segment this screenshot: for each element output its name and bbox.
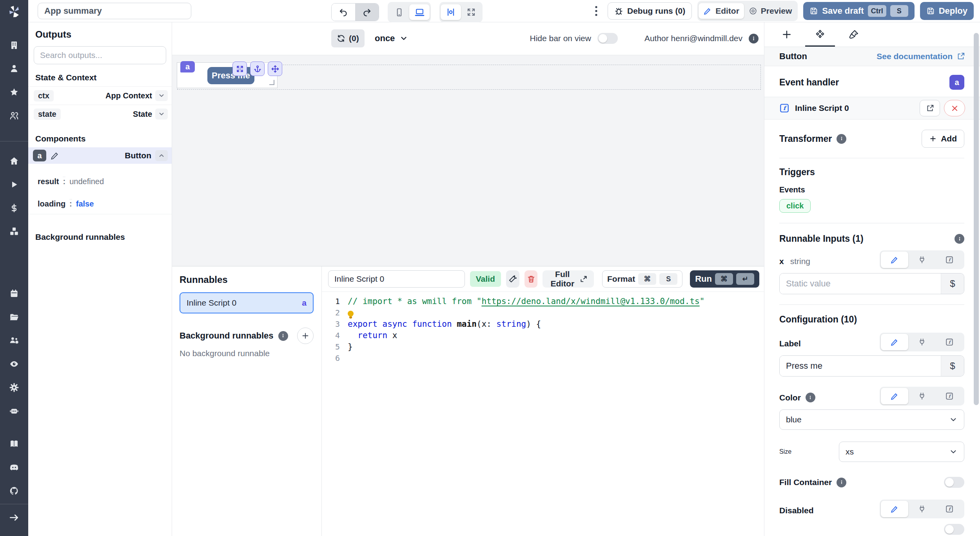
runnable-item-badge: a (302, 298, 307, 308)
code-area[interactable]: 1// import * as wmill from "https://deno… (322, 292, 764, 536)
insert-component-tab[interactable] (782, 22, 792, 47)
full-editor-button[interactable]: Full Editor (543, 270, 594, 288)
kebab-menu-icon[interactable] (590, 2, 602, 20)
component-settings-tab[interactable] (815, 22, 826, 47)
dollar-template-button[interactable]: $ (941, 356, 964, 376)
add-background-runnable-button[interactable] (297, 328, 314, 344)
undo-button[interactable] (332, 4, 355, 21)
expand-handle-icon[interactable] (232, 62, 247, 76)
eye-icon[interactable] (9, 359, 19, 369)
static-mode-button[interactable] (881, 252, 908, 268)
script-name-input[interactable] (328, 270, 465, 288)
expand-icon (580, 275, 588, 283)
info-icon[interactable] (749, 34, 759, 43)
discord-icon[interactable] (9, 462, 19, 473)
resize-handle[interactable] (269, 80, 274, 85)
center-align-button[interactable] (441, 4, 461, 20)
run-mode-dropdown[interactable]: once (375, 29, 408, 47)
robot-icon[interactable] (9, 406, 19, 416)
styling-tab[interactable] (848, 22, 859, 47)
info-icon[interactable] (837, 478, 846, 487)
state-row[interactable]: state State (28, 105, 172, 123)
desktop-view-button[interactable] (409, 4, 430, 20)
ai-wand-button[interactable] (506, 270, 519, 288)
app-summary-input[interactable] (38, 3, 191, 19)
color-select[interactable]: blue (779, 409, 964, 430)
size-select[interactable]: xs (839, 442, 964, 462)
static-value-input[interactable] (780, 273, 941, 294)
add-transformer-button[interactable]: Add (922, 130, 964, 148)
static-mode-button[interactable] (881, 388, 908, 404)
redo-button[interactable] (355, 4, 379, 21)
folder-open-icon[interactable] (9, 312, 19, 322)
eval-mode-button[interactable]: f (936, 252, 963, 268)
preview-tab[interactable]: Preview (744, 3, 797, 19)
info-icon[interactable] (806, 393, 815, 402)
disabled-label: Disabled (779, 506, 814, 518)
connect-mode-button[interactable] (908, 252, 936, 268)
component-row-a[interactable]: a Button (28, 147, 172, 164)
connect-mode-button[interactable] (908, 501, 936, 517)
connect-mode-button[interactable] (908, 388, 936, 404)
save-draft-button[interactable]: Save draft Ctrl S (803, 2, 914, 20)
building-icon[interactable] (9, 40, 19, 50)
deploy-button[interactable]: Deploy (920, 2, 974, 20)
eval-mode-button[interactable]: f (936, 501, 963, 517)
remove-script-button[interactable] (944, 100, 965, 116)
delete-script-button[interactable] (524, 270, 538, 288)
rename-pencil-icon[interactable] (50, 151, 60, 160)
play-icon[interactable] (9, 179, 19, 190)
static-mode-button[interactable] (881, 334, 908, 350)
anchor-handle-icon[interactable] (250, 62, 265, 76)
eval-mode-button[interactable]: f (936, 388, 963, 404)
app-canvas[interactable]: a Press me (172, 55, 764, 266)
fill-container-toggle[interactable] (944, 477, 964, 488)
collapse-arrow-icon[interactable] (9, 512, 19, 523)
settings-scroll-area[interactable]: Event handler a f Inline Script 0 Transf… (764, 66, 980, 536)
info-icon[interactable] (278, 331, 288, 341)
info-icon[interactable] (837, 134, 846, 144)
ctx-key: ctx (34, 90, 54, 101)
search-outputs-input[interactable] (34, 46, 166, 64)
disabled-toggle[interactable] (944, 524, 964, 535)
user-group-icon[interactable] (9, 110, 19, 121)
editor-tab[interactable]: Editor (699, 3, 744, 19)
calendar-icon[interactable] (9, 288, 19, 299)
connect-mode-button[interactable] (908, 334, 936, 350)
user-group-gear-icon[interactable] (9, 335, 19, 346)
hide-bar-toggle[interactable] (597, 33, 618, 44)
runnable-item-inline-script-0[interactable]: Inline Script 0 a (180, 292, 314, 313)
mobile-view-button[interactable] (389, 4, 409, 20)
chevron-up-icon[interactable] (155, 150, 168, 161)
dollar-template-button[interactable]: $ (941, 273, 964, 294)
book-icon[interactable] (9, 439, 19, 449)
refresh-runnables-button[interactable]: (0) (331, 29, 365, 47)
scrollbar-thumb[interactable] (974, 33, 979, 405)
run-button[interactable]: Run ⌘ ↵ (690, 270, 759, 288)
static-mode-button[interactable] (881, 501, 908, 517)
user-icon[interactable] (9, 63, 19, 74)
see-documentation-link[interactable]: See documentation (877, 52, 965, 61)
ctx-row[interactable]: ctx App Context (28, 86, 172, 105)
info-icon[interactable] (955, 234, 964, 244)
debug-runs-button[interactable]: Debug runs (0) (608, 2, 692, 20)
press-me-button[interactable]: Press me (207, 67, 254, 84)
label-value-input[interactable] (780, 356, 941, 376)
selected-component[interactable]: a Press me (177, 62, 278, 88)
github-icon[interactable] (9, 486, 19, 496)
move-handle-icon[interactable] (268, 62, 282, 76)
windmill-logo[interactable] (5, 3, 23, 20)
fullscreen-button[interactable] (461, 4, 481, 20)
format-button[interactable]: Format ⌘ S (602, 270, 682, 288)
eval-mode-button[interactable]: f (936, 334, 963, 350)
star-icon[interactable] (9, 87, 19, 97)
settings-gear-icon[interactable] (9, 382, 19, 393)
boxes-icon[interactable] (9, 226, 19, 237)
color-field-label: Color (779, 393, 815, 406)
home-icon[interactable] (9, 156, 19, 166)
event-handler-script-row[interactable]: f Inline Script 0 (764, 97, 980, 120)
open-script-button[interactable] (920, 100, 940, 116)
chevron-down-icon[interactable] (155, 109, 168, 120)
chevron-down-icon[interactable] (155, 90, 168, 101)
dollar-sign-icon[interactable] (9, 203, 19, 213)
